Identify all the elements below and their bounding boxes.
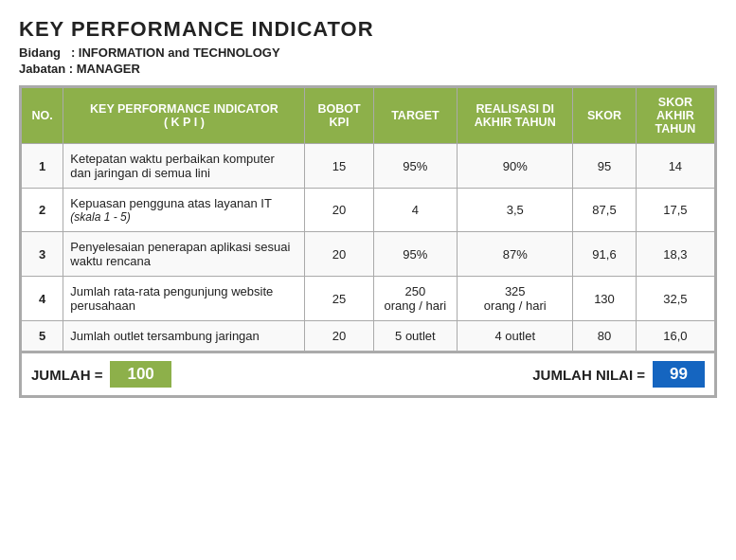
- main-title: KEY PERFORMANCE INDICATOR: [19, 17, 717, 42]
- row-skor-5: 80: [573, 321, 637, 352]
- header-kpi-line2: ( K P I ): [164, 116, 205, 129]
- row-kpi-4: Jumlah rata-rata pengunjung website peru…: [63, 277, 305, 321]
- header-target: TARGET: [373, 88, 458, 144]
- bidang-row: Bidang : INFORMATION and TECHNOLOGY: [19, 45, 717, 60]
- row-kpi-2: Kepuasan pengguna atas layanan IT(skala …: [63, 189, 305, 232]
- row-kpi-3: Penyelesaian penerapan aplikasi sesuai w…: [63, 232, 305, 277]
- row-target-5: 5 outlet: [373, 321, 458, 352]
- header-realisasi: REALISASI DIAKHIR TAHUN: [458, 88, 573, 144]
- row-skor-1: 95: [573, 144, 637, 189]
- header-kpi-line1: KEY PERFORMANCE INDICATOR: [90, 102, 278, 116]
- jumlah-left: JUMLAH = 100: [31, 361, 171, 388]
- jumlah-right: JUMLAH NILAI = 99: [532, 361, 705, 388]
- row-kpi-5: Jumlah outlet tersambung jaringan: [63, 321, 305, 352]
- row-target-4: 250 orang / hari: [373, 277, 458, 321]
- row-no-1: 1: [22, 144, 63, 189]
- row-realisasi-4: 325 orang / hari: [458, 277, 573, 321]
- row-skor-akhir-5: 16,0: [636, 321, 714, 352]
- jumlah-nilai-value: 99: [653, 361, 705, 388]
- kpi-table-wrap: NO. KEY PERFORMANCE INDICATOR ( K P I ) …: [19, 85, 717, 398]
- row-skor-akhir-1: 14: [636, 144, 714, 189]
- row-bobot-5: 20: [305, 321, 373, 352]
- jabatan-row: Jabatan : MANAGER: [19, 62, 717, 76]
- row-no-2: 2: [22, 189, 63, 232]
- row-skor-akhir-3: 18,3: [636, 232, 714, 277]
- header-no: NO.: [22, 88, 63, 144]
- row-bobot-4: 25: [305, 277, 373, 321]
- header-bobot: BOBOTKPI: [305, 88, 373, 144]
- row-bobot-3: 20: [305, 232, 373, 277]
- row-skor-akhir-4: 32,5: [636, 277, 714, 321]
- row-target-3: 95%: [373, 232, 458, 277]
- kpi-table: NO. KEY PERFORMANCE INDICATOR ( K P I ) …: [21, 87, 715, 352]
- row-skor-akhir-2: 17,5: [636, 189, 714, 232]
- jumlah-label: JUMLAH =: [31, 367, 102, 383]
- row-realisasi-1: 90%: [458, 144, 573, 189]
- row-skor-2: 87,5: [573, 189, 637, 232]
- row-no-3: 3: [22, 232, 63, 277]
- row-realisasi-5: 4 outlet: [458, 321, 573, 352]
- jumlah-value: 100: [110, 361, 171, 388]
- header-skor-akhir: SKORAKHIRTAHUN: [636, 88, 714, 144]
- row-no-5: 5: [22, 321, 63, 352]
- row-realisasi-2: 3,5: [458, 189, 573, 232]
- row-skor-3: 91,6: [573, 232, 637, 277]
- header-skor: SKOR: [573, 88, 637, 144]
- row-bobot-2: 20: [305, 189, 373, 232]
- row-bobot-1: 15: [305, 144, 373, 189]
- row-target-1: 95%: [373, 144, 458, 189]
- row-realisasi-3: 87%: [458, 232, 573, 277]
- footer-row: JUMLAH = 100 JUMLAH NILAI = 99: [21, 352, 715, 396]
- row-skor-4: 130: [573, 277, 637, 321]
- header-kpi: KEY PERFORMANCE INDICATOR ( K P I ): [63, 88, 305, 144]
- row-target-2: 4: [373, 189, 458, 232]
- row-kpi-1: Ketepatan waktu perbaikan komputer dan j…: [63, 144, 305, 189]
- jumlah-nilai-label: JUMLAH NILAI =: [532, 367, 645, 383]
- row-no-4: 4: [22, 277, 63, 321]
